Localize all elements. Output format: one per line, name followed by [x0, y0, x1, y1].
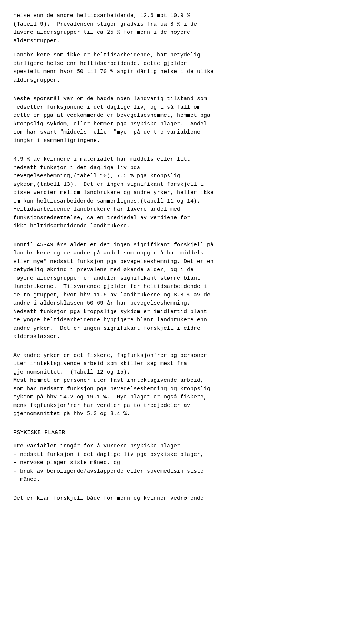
paragraph-p7: Tre variabler inngår for å vurdere psyki…: [13, 442, 343, 484]
paragraph-p5: Inntil 45-49 års alder er det ingen sign…: [13, 241, 343, 341]
paragraph-p1: helse enn de andre heltidsarbeidende, 12…: [13, 12, 343, 45]
paragraph-p4: 4.9 % av kvinnene i materialet har midde…: [13, 155, 343, 231]
paragraph-p2: Landbrukere som ikke er heltidsarbeidend…: [13, 51, 343, 85]
page-content: helse enn de andre heltidsarbeidende, 12…: [13, 12, 343, 503]
paragraph-p8: Det er klar forskjell både for menn og k…: [13, 494, 343, 503]
paragraph-p3: Neste spørsmål var om de hadde noen lang…: [13, 95, 343, 145]
paragraph-p6: Av andre yrker er det fiskere, fagfunksj…: [13, 352, 343, 418]
section-heading-heading1: PSYKISKE PLAGER: [13, 429, 343, 437]
